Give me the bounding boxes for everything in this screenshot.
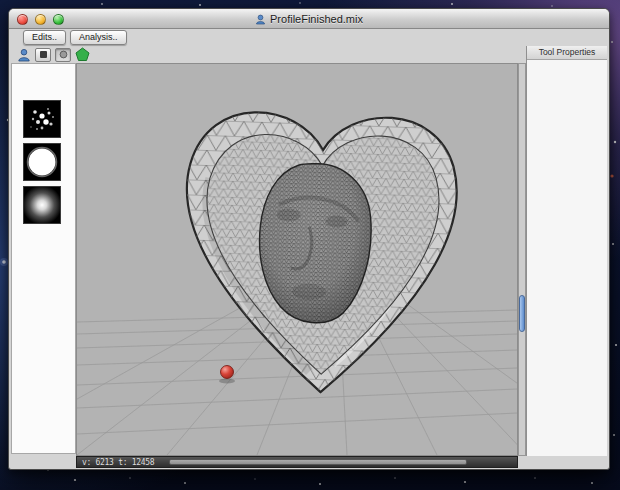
viewport-scrollbar[interactable]	[518, 63, 526, 456]
app-logo-icon	[17, 48, 31, 62]
square-icon	[39, 50, 48, 59]
disc-falloff-preview	[24, 144, 60, 180]
sphere-icon	[59, 50, 68, 59]
soft-falloff-thumbnail[interactable]	[23, 186, 61, 224]
window-title-area: ProfileFinished.mix	[9, 9, 609, 29]
dots-falloff-preview	[24, 101, 60, 137]
menubar: Edits.. Analysis..	[9, 29, 609, 46]
falloff-sidebar	[11, 63, 76, 454]
menu-item-analysis[interactable]: Analysis..	[70, 30, 127, 45]
mesh-stats: v: 6213 t: 12458	[77, 458, 154, 467]
red-pivot-sphere	[219, 366, 235, 384]
app-window: ProfileFinished.mix Edits.. Analysis..	[8, 8, 610, 470]
toolbar	[9, 46, 129, 63]
square-view-button[interactable]	[35, 48, 51, 62]
window-title: ProfileFinished.mix	[270, 13, 363, 25]
desktop: ProfileFinished.mix Edits.. Analysis..	[0, 0, 620, 490]
dots-falloff-thumbnail[interactable]	[23, 100, 61, 138]
tool-properties-panel: Tool Properties	[526, 46, 607, 456]
tool-properties-title: Tool Properties	[527, 46, 607, 60]
polygon-tool-button[interactable]	[75, 47, 90, 62]
red-star	[610, 174, 613, 177]
status-progress-bar	[169, 459, 467, 465]
scrollbar-thumb[interactable]	[519, 295, 525, 332]
menu-item-edits[interactable]: Edits..	[23, 30, 66, 45]
sphere-view-button[interactable]	[55, 48, 71, 62]
document-icon	[255, 14, 266, 25]
titlebar[interactable]: ProfileFinished.mix	[9, 9, 609, 29]
statusbar: v: 6213 t: 12458	[76, 456, 518, 468]
viewport-render	[77, 64, 517, 455]
3d-viewport[interactable]	[76, 63, 518, 456]
disc-falloff-thumbnail[interactable]	[23, 143, 61, 181]
